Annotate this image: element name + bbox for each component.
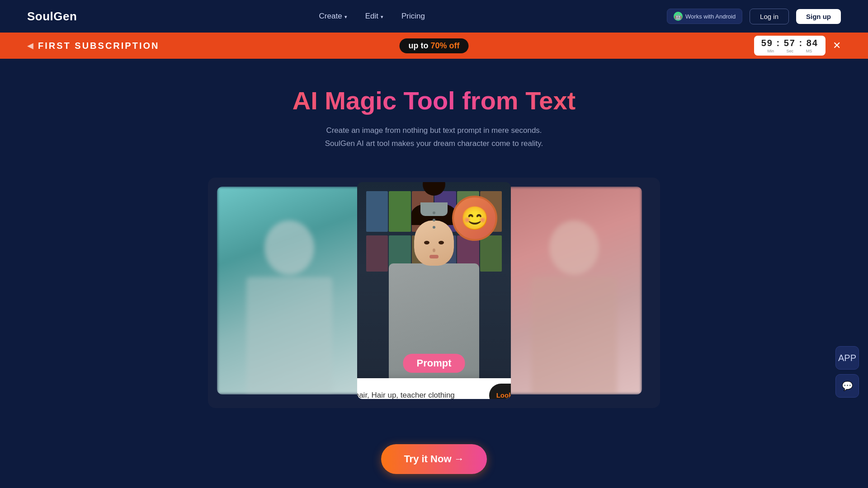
- nav-center: Create ▾ Edit ▾ Pricing: [319, 12, 425, 21]
- looks-like-label: Looks Like: [496, 391, 511, 399]
- nav-pricing-label: Pricing: [401, 12, 425, 20]
- navbar: SoulGen Create ▾ Edit ▾ Pricing Works wi…: [0, 0, 868, 33]
- app-button[interactable]: APP: [835, 346, 859, 370]
- timer-sec: 57: [784, 38, 796, 48]
- card-center: 😊 Prompt a girl, black hair, Hair up, te…: [357, 182, 511, 399]
- banner-arrow-icon: ◀: [27, 41, 33, 51]
- figure-body-right: [531, 277, 617, 394]
- chevron-down-icon: ▾: [344, 14, 347, 20]
- timer-min: 59: [761, 38, 773, 48]
- banner-right: 59 : 57 : 84 Min Sec MS ✕: [754, 36, 841, 56]
- nav-edit-label: Edit: [365, 12, 378, 21]
- nav-pricing[interactable]: Pricing: [401, 12, 425, 21]
- android-icon: [674, 12, 683, 21]
- avatar-overlay: 😊: [452, 196, 497, 241]
- discount-value: 70% off: [430, 41, 459, 50]
- login-button[interactable]: Log in: [750, 9, 789, 24]
- timer-ms-label: MS: [806, 49, 812, 53]
- android-badge[interactable]: Works with Android: [667, 9, 742, 24]
- showcase-container: 😊 Prompt a girl, black hair, Hair up, te…: [208, 178, 660, 408]
- image-left: [217, 187, 362, 394]
- prompt-label: Prompt: [403, 354, 465, 373]
- try-it-now-button[interactable]: Try it Now →: [381, 444, 486, 474]
- banner-center: up to 70% off: [400, 38, 469, 53]
- timer-min-label: Min: [767, 49, 774, 53]
- figure-head-left: [264, 221, 314, 275]
- chevron-down-icon: ▾: [381, 14, 383, 20]
- image-right: [506, 187, 642, 394]
- nav-right: Works with Android Log in Sign up: [667, 9, 841, 24]
- image-left-bg: [217, 187, 362, 394]
- discount-badge[interactable]: up to 70% off: [400, 38, 469, 53]
- side-buttons: APP 💬: [835, 346, 859, 398]
- signup-button[interactable]: Sign up: [796, 9, 841, 24]
- app-icon: APP: [838, 353, 856, 363]
- figure-body-left: [246, 277, 332, 394]
- timer-display: 59 : 57 : 84: [761, 38, 818, 48]
- chat-icon: 💬: [842, 380, 853, 391]
- showcase-wrapper: 😊 Prompt a girl, black hair, Hair up, te…: [208, 178, 660, 408]
- timer-ms: 84: [807, 38, 818, 48]
- banner-title: FIRST SUBSCRIPTION: [38, 41, 159, 51]
- image-right-bg: [506, 187, 642, 394]
- blurred-figure-left: [217, 187, 362, 394]
- avatar-face: 😊: [461, 205, 489, 231]
- nav-create[interactable]: Create ▾: [319, 12, 347, 21]
- nav-edit[interactable]: Edit ▾: [365, 12, 383, 21]
- prompt-input-row[interactable]: a girl, black hair, Hair up, teacher clo…: [357, 378, 511, 399]
- banner-left: ◀ FIRST SUBSCRIPTION: [27, 41, 159, 51]
- chat-button[interactable]: 💬: [835, 374, 859, 398]
- timer-sec-label: Sec: [787, 49, 794, 53]
- prompt-text: a girl, black hair, Hair up, teacher clo…: [357, 391, 489, 399]
- figure-head-right: [549, 221, 599, 275]
- looks-like-button[interactable]: Looks Like 😊: [489, 384, 511, 399]
- blurred-figure-right: [506, 187, 642, 394]
- countdown-timer: 59 : 57 : 84 Min Sec MS: [754, 36, 826, 56]
- nav-create-label: Create: [319, 12, 342, 21]
- android-label: Works with Android: [685, 13, 736, 20]
- logo: SoulGen: [27, 9, 77, 23]
- hero-subtitle-line2: SoulGen AI art tool makes your dream cha…: [9, 137, 859, 150]
- hero-subtitle-line1: Create an image from nothing but text pr…: [9, 124, 859, 137]
- timer-labels: Min Sec MS: [761, 49, 818, 53]
- close-banner-button[interactable]: ✕: [833, 40, 841, 52]
- promo-banner: ◀ FIRST SUBSCRIPTION up to 70% off 59 : …: [0, 33, 868, 59]
- card-left: [217, 187, 362, 394]
- hero-section: AI Magic Tool from Text Create an image …: [0, 59, 868, 164]
- hero-title: AI Magic Tool from Text: [9, 86, 859, 115]
- card-right: [506, 187, 642, 394]
- cta-section: Try it Now →: [0, 444, 868, 488]
